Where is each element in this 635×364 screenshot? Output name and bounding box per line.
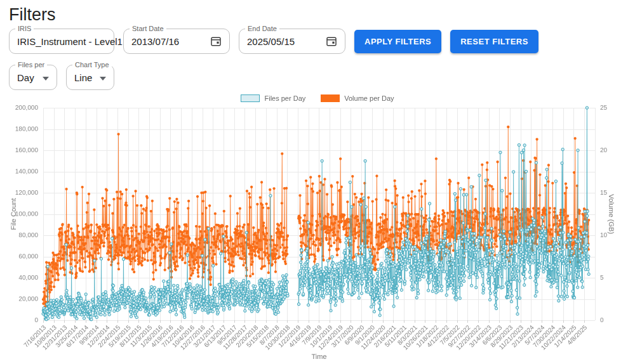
filters-row-2: Files per Day Chart Type Line bbox=[0, 65, 635, 90]
legend-label-volume-per-day: Volume per Day bbox=[344, 94, 394, 102]
iris-field-value: IRIS_Instrument - Level1 bbox=[17, 36, 123, 47]
chart-legend: Files per Day Volume per Day bbox=[6, 94, 629, 102]
legend-item-volume-per-day[interactable]: Volume per Day bbox=[321, 94, 394, 102]
chart-type-select-label: Chart Type bbox=[72, 61, 112, 69]
apply-filters-button[interactable]: APPLY FILTERS bbox=[354, 30, 441, 53]
dropdown-arrow-icon bbox=[100, 72, 106, 83]
start-date-field[interactable]: Start Date 2013/07/16 bbox=[123, 29, 230, 54]
files-per-select-label: Files per bbox=[15, 61, 47, 69]
dropdown-arrow-icon bbox=[43, 72, 49, 83]
chart-type-select[interactable]: Chart Type Line bbox=[66, 65, 114, 90]
files-per-select[interactable]: Files per Day bbox=[9, 65, 57, 90]
files-per-select-value: Day bbox=[17, 72, 34, 83]
calendar-icon[interactable] bbox=[210, 36, 222, 47]
calendar-icon[interactable] bbox=[326, 36, 337, 47]
iris-field[interactable]: IRIS IRIS_Instrument - Level1 bbox=[9, 29, 114, 54]
legend-item-files-per-day[interactable]: Files per Day bbox=[241, 94, 305, 102]
chart-canvas[interactable] bbox=[6, 90, 629, 364]
filters-row-1: IRIS IRIS_Instrument - Level1 Start Date… bbox=[0, 29, 635, 54]
start-date-field-label: Start Date bbox=[130, 25, 166, 33]
end-date-field-value: 2025/05/15 bbox=[247, 36, 295, 47]
chart: Files per Day Volume per Day bbox=[6, 90, 629, 364]
reset-filters-button[interactable]: RESET FILTERS bbox=[450, 30, 538, 53]
end-date-field-label: End Date bbox=[245, 25, 279, 33]
iris-field-label: IRIS bbox=[15, 25, 34, 33]
end-date-field[interactable]: End Date 2025/05/15 bbox=[239, 29, 345, 54]
legend-label-files-per-day: Files per Day bbox=[264, 94, 305, 102]
page-title: Filters bbox=[9, 5, 635, 25]
chart-type-select-value: Line bbox=[74, 72, 92, 83]
files-per-day-swatch bbox=[241, 94, 260, 102]
start-date-field-value: 2013/07/16 bbox=[131, 36, 179, 47]
volume-per-day-swatch bbox=[321, 94, 340, 102]
